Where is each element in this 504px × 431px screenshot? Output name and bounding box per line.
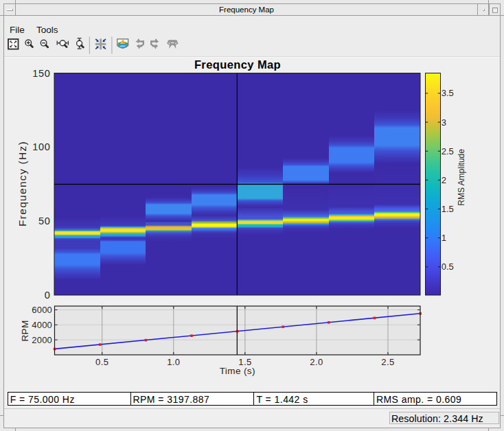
- svg-text:2.0: 2.0: [310, 357, 323, 367]
- svg-text:150: 150: [32, 68, 50, 79]
- svg-text:RMS Amplitude: RMS Amplitude: [457, 149, 466, 206]
- svg-text:RPM: RPM: [20, 320, 30, 341]
- svg-text:2000: 2000: [32, 335, 52, 345]
- svg-text:1.0: 1.0: [167, 357, 180, 367]
- svg-text:3: 3: [442, 117, 446, 128]
- svg-text:0.5: 0.5: [442, 261, 454, 272]
- svg-text:1.5: 1.5: [442, 204, 454, 214]
- svg-text:2.5: 2.5: [381, 357, 394, 367]
- svg-text:6000: 6000: [32, 305, 52, 315]
- svg-text:4000: 4000: [32, 320, 52, 330]
- svg-text:50: 50: [38, 216, 51, 226]
- svg-text:Frequency Map: Frequency Map: [194, 58, 281, 71]
- svg-text:0: 0: [45, 290, 51, 301]
- svg-text:100: 100: [32, 141, 50, 152]
- svg-text:1: 1: [442, 233, 446, 243]
- svg-text:0.5: 0.5: [95, 357, 108, 367]
- svg-text:2.5: 2.5: [442, 146, 454, 156]
- svg-text:Time (s): Time (s): [220, 366, 255, 376]
- svg-text:3.5: 3.5: [442, 88, 454, 98]
- svg-text:2: 2: [442, 175, 446, 185]
- svg-text:Frequency (Hz): Frequency (Hz): [16, 141, 28, 226]
